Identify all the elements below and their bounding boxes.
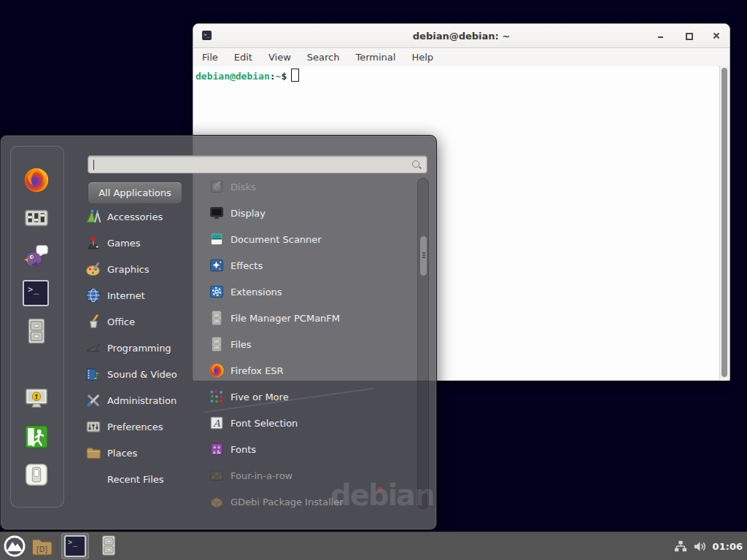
file-cabinet-icon [98,534,120,556]
category-recent-files[interactable]: Recent Files [85,466,202,492]
font-selection-icon: A [209,415,225,431]
office-icon [85,314,101,330]
terminal-cursor [291,69,299,82]
favorite-pidgin-button[interactable] [23,242,50,270]
category-programming[interactable]: Programming [85,335,202,361]
search-input[interactable] [93,158,399,171]
app-four-in-a-row[interactable]: Four-in-a-row [209,462,413,489]
terminal-scrollbar-thumb[interactable] [721,68,727,377]
category-administration[interactable]: Administration [85,387,202,413]
file-cabinet-icon [209,336,225,352]
terminal-titlebar[interactable]: >_ debian@debian: ~ [193,24,729,48]
terminal-icon: >_ [23,280,49,306]
shell-prompt: debian@debian:~$ [196,69,299,82]
menu-help[interactable]: Help [411,52,433,63]
firefox-icon [23,166,50,194]
category-places[interactable]: Places [85,440,202,466]
app-list-scrollbar[interactable] [417,178,429,509]
favorite-files-button[interactable] [23,317,50,345]
menu-file[interactable]: File [202,52,218,63]
favorite-lock-screen-button[interactable] [23,385,50,413]
category-accessories[interactable]: Accessories [85,203,202,230]
terminal-window-title: debian@debian: ~ [193,31,729,42]
document-scanner-icon [209,231,225,247]
app-document-scanner[interactable]: Document Scanner [209,226,413,252]
category-graphics[interactable]: Graphics [85,256,202,282]
file-manager-launcher[interactable] [98,534,120,558]
favorite-terminal-button[interactable]: >_ [23,280,50,308]
text-caret [93,160,94,170]
app-effects[interactable]: Effects [209,252,413,279]
package-icon [209,494,225,510]
volume-icon[interactable] [693,540,707,553]
favorite-settings-button[interactable] [23,204,50,232]
category-games[interactable]: Games [85,230,202,256]
all-applications-button[interactable]: All Applications [88,182,182,204]
accessories-icon [85,209,101,225]
control-panel-icon [23,204,50,232]
app-five-or-more[interactable]: Five or More [209,384,413,410]
extensions-gear-icon [209,284,225,300]
app-firefox-esr[interactable]: Firefox ESR [209,357,413,384]
firefox-icon [209,362,225,378]
svg-text:♪: ♪ [93,370,99,381]
preferences-icon [85,419,101,435]
menu-terminal[interactable]: Terminal [355,52,395,63]
app-extensions[interactable]: Extensions [209,279,413,305]
category-office[interactable]: Office [85,308,202,335]
taskbar-terminal-window-button[interactable]: >_ [61,533,89,559]
app-font-selection[interactable]: A Font Selection [209,410,413,436]
file-cabinet-icon [209,310,225,326]
fonts-icon: a a a & [209,441,225,457]
app-file-manager-pcmanfm[interactable]: File Manager PCManFM [209,305,413,331]
system-tray: 01:06 [674,532,743,560]
close-icon[interactable] [711,30,722,42]
menu-edit[interactable]: Edit [234,52,252,63]
minimize-icon[interactable] [655,30,667,42]
network-icon[interactable] [674,540,687,553]
menu-view[interactable]: View [268,52,291,63]
category-internet[interactable]: Internet [85,282,202,308]
menu-search[interactable]: Search [307,52,340,63]
prompt-symbol: $ [281,71,287,82]
programming-icon [85,340,101,356]
sound-video-icon: ♪ [85,366,101,382]
app-list-scrollbar-thumb[interactable] [419,236,427,276]
app-gdebi-package-installer[interactable]: GDebi Package Installer [209,489,413,515]
logout-icon [23,423,50,451]
app-files[interactable]: Files [209,331,413,357]
terminal-menubar: File Edit View Search Terminal Help [193,48,729,66]
effects-icon [209,257,225,273]
app-fonts[interactable]: a a a & Fonts [209,436,413,462]
lock-screen-icon [23,385,50,413]
favorite-firefox-button[interactable] [23,166,50,194]
internet-globe-icon [85,287,101,303]
administration-tools-icon [85,392,101,408]
favorite-logout-button[interactable] [23,423,50,451]
prompt-separator: : [270,71,276,82]
terminal-scrollbar[interactable] [719,66,729,380]
category-list: Accessories Games Graphics [85,203,202,492]
category-preferences[interactable]: Preferences [85,413,202,440]
search-icon [411,160,422,170]
terminal-icon: >_ [64,535,86,557]
file-cabinet-icon [23,317,50,345]
favorite-shutdown-button[interactable] [23,461,50,489]
desktop-folder-launcher[interactable]: [D] [30,534,54,559]
category-sound-video[interactable]: ♪ Sound & Video [85,361,202,387]
disks-icon [209,179,225,195]
scrollbar-grip-icon [422,252,426,254]
taskbar: [D] >_ [0,532,747,560]
menu-search-box[interactable] [88,155,427,174]
prompt-user-host: debian@debian [196,71,270,82]
svg-text:a &: a & [213,449,221,454]
svg-text:A: A [212,418,220,429]
menu-launcher-icon [3,534,26,558]
power-switch-icon [23,461,50,489]
taskbar-clock[interactable]: 01:06 [713,541,743,552]
app-display[interactable]: Display [209,200,413,226]
maximize-icon[interactable] [683,30,694,42]
menu-launcher-button[interactable] [3,534,26,558]
app-disks[interactable]: Disks [209,174,413,200]
folder-icon: [D] [30,534,54,559]
